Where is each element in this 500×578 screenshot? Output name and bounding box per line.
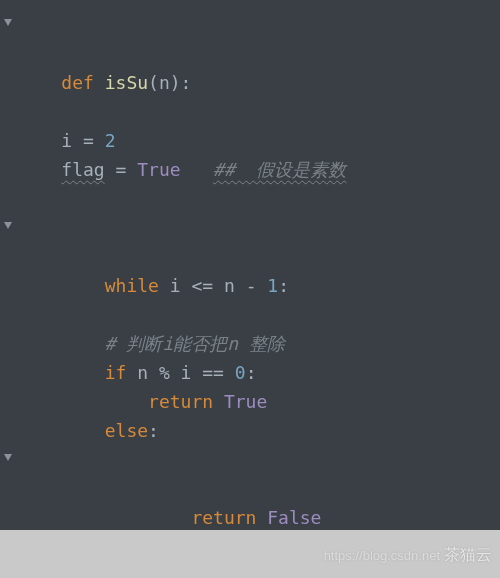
code-line: i = 2 bbox=[0, 126, 500, 155]
unused-variable: flag bbox=[61, 159, 104, 180]
comment: ## 假设是素数 bbox=[213, 159, 346, 180]
blank-line bbox=[0, 184, 500, 213]
keyword-return: return bbox=[148, 391, 224, 412]
keyword-return: return bbox=[191, 507, 267, 528]
function-name: isSu bbox=[105, 72, 148, 93]
watermark: https://blog.csdn.net茶猫云 bbox=[324, 540, 492, 570]
code-line: flag = True ## 假设是素数 bbox=[0, 155, 500, 184]
builtin-true: True bbox=[137, 159, 180, 180]
fold-icon[interactable] bbox=[3, 221, 13, 231]
code-line: while i <= n - 1: bbox=[0, 213, 500, 329]
number-literal: 2 bbox=[105, 130, 116, 151]
code-line: if n % i == 0: bbox=[0, 358, 500, 387]
fold-icon[interactable] bbox=[3, 18, 13, 28]
watermark-url: https://blog.csdn.net bbox=[324, 548, 440, 563]
code-line: else: bbox=[0, 416, 500, 445]
fold-icon[interactable] bbox=[3, 453, 13, 463]
comment: # 判断i能否把n 整除 bbox=[105, 333, 285, 354]
code-line: # 判断i能否把n 整除 bbox=[0, 329, 500, 358]
code-line: return True bbox=[0, 387, 500, 416]
keyword-while: while bbox=[105, 275, 170, 296]
keyword-else: else bbox=[105, 420, 148, 441]
keyword-def: def bbox=[61, 72, 104, 93]
code-line: def isSu(n): bbox=[0, 10, 500, 126]
keyword-if: if bbox=[105, 362, 138, 383]
code-editor[interactable]: def isSu(n): i = 2 flag = True ## 假设是素数 … bbox=[0, 0, 500, 578]
watermark-brand: 茶猫云 bbox=[444, 546, 492, 563]
